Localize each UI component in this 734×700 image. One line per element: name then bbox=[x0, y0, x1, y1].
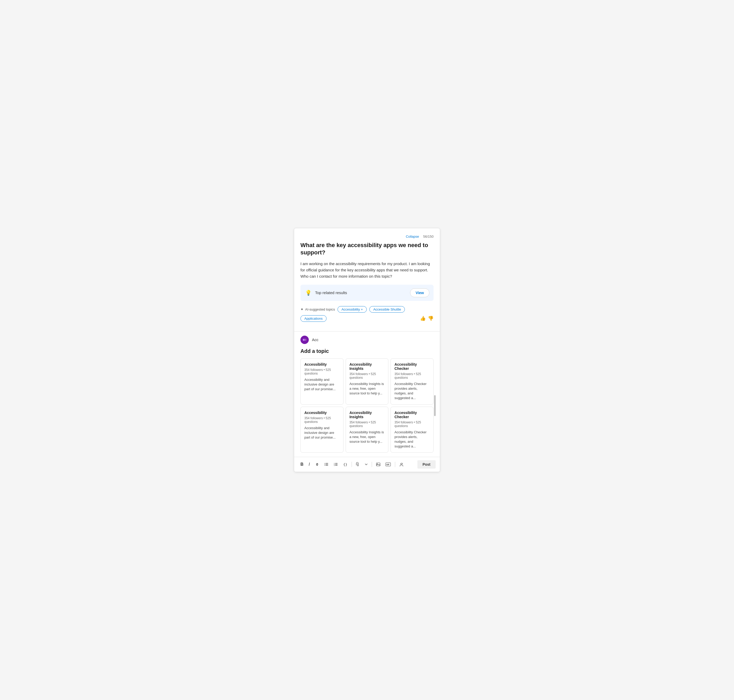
topic-card-stats: 354 followers • 525 questions bbox=[394, 421, 430, 428]
lightbulb-icon: 💡 bbox=[305, 289, 312, 296]
topic-card-desc: Accessibility Insights is a new, free, o… bbox=[349, 382, 385, 396]
topic-card-desc: Accessibility Insights is a new, free, o… bbox=[349, 430, 385, 444]
related-results-box: 💡 Top related results View bbox=[301, 285, 433, 301]
related-results-text: Top related results bbox=[315, 290, 347, 295]
topic-card-title: Accessibility Insights bbox=[349, 410, 385, 419]
topic-card-3[interactable]: Accessibility Checker 354 followers • 52… bbox=[390, 358, 433, 404]
svg-rect-7 bbox=[326, 465, 328, 466]
toolbar-separator-3 bbox=[395, 462, 395, 467]
sparkle-icon: ✦ bbox=[301, 307, 304, 311]
char-count: 56/150 bbox=[423, 235, 433, 238]
topic-card-stats: 354 followers • 525 questions bbox=[349, 372, 385, 379]
collapse-button[interactable]: Collapse bbox=[406, 235, 419, 238]
topic-grid: Accessibility 354 followers • 525 questi… bbox=[301, 358, 433, 453]
svg-rect-11 bbox=[335, 464, 338, 465]
add-topic-section: Add a topic Accessibility 354 followers … bbox=[294, 331, 440, 457]
view-button[interactable]: View bbox=[410, 288, 429, 297]
svg-rect-5 bbox=[326, 464, 328, 465]
add-topic-title: Add a topic bbox=[301, 348, 433, 354]
topic-card-title: Accessibility Checker bbox=[394, 410, 430, 419]
svg-rect-9 bbox=[335, 463, 338, 463]
svg-rect-4 bbox=[324, 464, 325, 465]
topic-card-stats: 354 followers • 525 questions bbox=[394, 372, 430, 379]
svg-point-1 bbox=[304, 339, 307, 341]
mention-button[interactable] bbox=[397, 461, 406, 468]
svg-rect-3 bbox=[326, 463, 328, 463]
svg-rect-6 bbox=[324, 465, 325, 466]
gif-button[interactable]: GIF bbox=[383, 461, 393, 468]
topic-card-2[interactable]: Accessibility Insights 354 followers • 5… bbox=[346, 358, 389, 404]
topic-card-4[interactable]: Accessibility 354 followers • 525 questi… bbox=[301, 407, 344, 453]
ai-label-text: AI-suggested topics bbox=[305, 307, 335, 311]
topic-chip-applications[interactable]: Applications bbox=[301, 315, 327, 322]
italic-button[interactable]: I bbox=[307, 460, 312, 468]
topic-chip-accessibility[interactable]: Accessibility + bbox=[338, 306, 367, 313]
svg-point-18 bbox=[401, 463, 402, 465]
bold-button[interactable]: B bbox=[298, 460, 306, 468]
topic-search-input[interactable] bbox=[312, 337, 433, 342]
topic-card-title: Accessibility Insights bbox=[349, 362, 385, 371]
thumbs-down-icon[interactable]: 👎 bbox=[428, 316, 433, 321]
ai-topics-row: ✦ AI-suggested topics Accessibility + Ac… bbox=[301, 306, 433, 322]
search-row bbox=[301, 335, 433, 344]
ai-label: ✦ AI-suggested topics bbox=[301, 307, 335, 311]
svg-rect-14 bbox=[376, 463, 380, 466]
main-container: Collapse 56/150 What are the key accessi… bbox=[294, 228, 440, 472]
svg-rect-13 bbox=[335, 465, 338, 466]
topic-card-title: Accessibility Checker bbox=[394, 362, 430, 371]
bullet-list-button[interactable] bbox=[322, 461, 331, 468]
svg-text:3.: 3. bbox=[334, 465, 335, 466]
thumbs-up-icon[interactable]: 👍 bbox=[420, 316, 426, 321]
topic-card-desc: Accessibility and inclusive design are p… bbox=[304, 377, 340, 392]
topic-card-1[interactable]: Accessibility 354 followers • 525 questi… bbox=[301, 358, 344, 404]
topic-card-6[interactable]: Accessibility Checker 354 followers • 52… bbox=[390, 407, 433, 453]
attach-button[interactable] bbox=[354, 460, 362, 468]
ordered-list-button[interactable]: 1. 2. 3. bbox=[332, 461, 340, 468]
related-results-left: 💡 Top related results bbox=[305, 289, 347, 296]
post-button[interactable]: Post bbox=[417, 460, 436, 469]
topic-card-desc: Accessibility and inclusive design are p… bbox=[304, 426, 340, 440]
topic-card-stats: 354 followers • 525 questions bbox=[304, 368, 340, 375]
header-section: Collapse 56/150 What are the key accessi… bbox=[294, 228, 440, 327]
scrollbar[interactable] bbox=[434, 395, 436, 416]
svg-text:GIF: GIF bbox=[386, 463, 389, 465]
svg-rect-2 bbox=[324, 463, 325, 463]
top-controls: Collapse 56/150 bbox=[301, 235, 433, 238]
topic-chip-accessible-shuttle[interactable]: Accessible Shuttle bbox=[369, 306, 405, 313]
topic-card-desc: Accessibility Checker provides alerts, n… bbox=[394, 382, 430, 401]
attach-dropdown-button[interactable] bbox=[363, 462, 370, 467]
topic-card-5[interactable]: Accessibility Insights 354 followers • 5… bbox=[346, 407, 389, 453]
topic-card-desc: Accessibility Checker provides alerts, n… bbox=[394, 430, 430, 449]
topic-card-title: Accessibility bbox=[304, 410, 340, 415]
code-button[interactable]: {} bbox=[341, 461, 349, 468]
question-title: What are the key accessibility apps we n… bbox=[301, 242, 433, 256]
link-button[interactable] bbox=[313, 461, 321, 468]
feedback-icons: 👍 👎 bbox=[420, 316, 433, 321]
question-body: I am working on the accessibility requir… bbox=[301, 261, 433, 279]
avatar bbox=[301, 335, 309, 344]
topic-card-stats: 354 followers • 525 questions bbox=[304, 416, 340, 424]
toolbar: B I 1. 2. bbox=[294, 457, 440, 472]
image-button[interactable] bbox=[374, 461, 382, 468]
topic-card-title: Accessibility bbox=[304, 362, 340, 366]
topic-card-stats: 354 followers • 525 questions bbox=[349, 421, 385, 428]
